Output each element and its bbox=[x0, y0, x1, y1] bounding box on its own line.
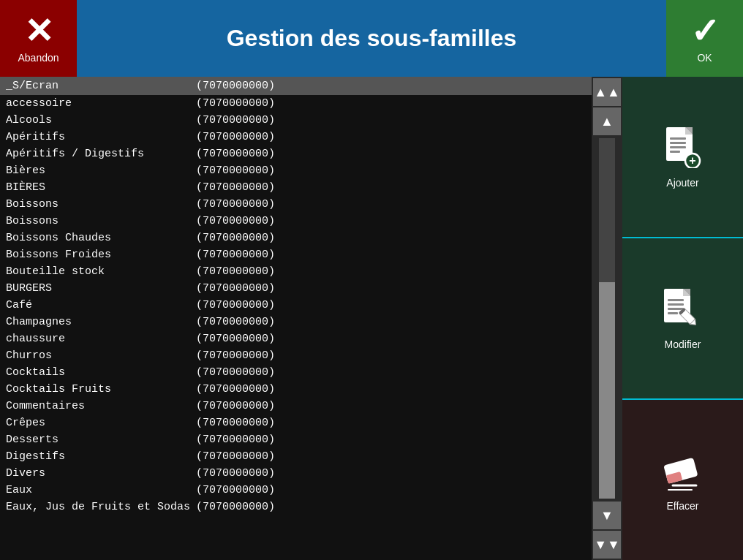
scroll-up-button[interactable]: ▲ bbox=[593, 107, 621, 135]
item-name: Eaux, Jus de Fruits et Sodas bbox=[6, 501, 196, 513]
scroll-down-button[interactable]: ▼ bbox=[593, 502, 621, 529]
svg-text:+: + bbox=[689, 154, 695, 167]
list-item[interactable]: Cocktails(7070000000) bbox=[0, 364, 592, 381]
header: ✕ Abandon Gestion des sous-familles ✓ OK bbox=[0, 0, 743, 77]
item-name: Boissons Chaudes bbox=[6, 232, 196, 244]
item-name: Commentaires bbox=[6, 400, 196, 412]
item-code: (7070000000) bbox=[196, 249, 275, 261]
list-item[interactable]: Boissons Froides(7070000000) bbox=[0, 246, 592, 263]
item-name: Apéritifs / Digestifs bbox=[6, 148, 196, 160]
list-item[interactable]: Eaux(7070000000) bbox=[0, 482, 592, 499]
svg-rect-6 bbox=[670, 151, 680, 153]
item-code: (7070000000) bbox=[196, 316, 275, 328]
list-item[interactable]: BIÈRES(7070000000) bbox=[0, 179, 592, 196]
item-code: (7070000000) bbox=[196, 282, 275, 295]
effacer-button[interactable]: Effacer bbox=[622, 400, 743, 560]
list-item[interactable]: Cocktails Fruits(7070000000) bbox=[0, 381, 592, 398]
ajouter-button[interactable]: + Ajouter bbox=[622, 77, 743, 238]
list-item[interactable]: BURGERS(7070000000) bbox=[0, 280, 592, 297]
list-item[interactable]: Digestifs(7070000000) bbox=[0, 448, 592, 465]
item-code: (7070000000) bbox=[196, 114, 275, 126]
item-code: (7070000000) bbox=[196, 164, 275, 177]
list-item[interactable]: Bières(7070000000) bbox=[0, 162, 592, 179]
list-item[interactable]: Divers(7070000000) bbox=[0, 465, 592, 482]
item-code: (7070000000) bbox=[196, 501, 275, 513]
item-code: (7070000000) bbox=[196, 400, 275, 412]
item-name: Bouteille stock bbox=[6, 265, 196, 278]
modifier-button[interactable]: Modifier bbox=[622, 238, 743, 400]
main-content: _S/Ecran (7070000000) accessoire(7070000… bbox=[0, 77, 743, 560]
list-item[interactable]: Crêpes(7070000000) bbox=[0, 415, 592, 431]
list-item[interactable]: Apéritifs / Digestifs(7070000000) bbox=[0, 145, 592, 162]
svg-rect-5 bbox=[670, 146, 686, 148]
item-code: (7070000000) bbox=[196, 349, 275, 362]
svg-rect-12 bbox=[668, 299, 684, 301]
item-code: (7070000000) bbox=[196, 265, 275, 278]
item-name: Cocktails bbox=[6, 366, 196, 379]
item-name: Crêpes bbox=[6, 417, 196, 429]
check-icon: ✓ bbox=[690, 14, 720, 49]
item-code: (7070000000) bbox=[196, 434, 275, 446]
list-header: _S/Ecran (7070000000) bbox=[0, 77, 592, 95]
list-items: accessoire(7070000000)Alcools(7070000000… bbox=[0, 95, 592, 515]
scroll-top-button[interactable]: ▲▲ bbox=[593, 78, 621, 106]
abandon-label: Abandon bbox=[18, 52, 59, 64]
list-item[interactable]: Alcools(7070000000) bbox=[0, 112, 592, 129]
page-title: Gestion des sous-familles bbox=[77, 0, 666, 77]
item-name: Cocktails Fruits bbox=[6, 383, 196, 396]
right-sidebar: + Ajouter bbox=[622, 77, 743, 560]
list-item[interactable]: Boissons Chaudes(7070000000) bbox=[0, 230, 592, 246]
svg-rect-14 bbox=[668, 308, 684, 310]
item-code: (7070000000) bbox=[196, 97, 275, 110]
item-code: (7070000000) bbox=[196, 198, 275, 211]
item-name: Champagnes bbox=[6, 316, 196, 328]
list-item[interactable]: Bouteille stock(7070000000) bbox=[0, 263, 592, 280]
item-name: Apéritifs bbox=[6, 131, 196, 143]
item-name: Churros bbox=[6, 349, 196, 362]
item-code: (7070000000) bbox=[196, 484, 275, 496]
list-item[interactable]: Apéritifs(7070000000) bbox=[0, 129, 592, 145]
svg-rect-3 bbox=[670, 137, 686, 140]
item-code: (7070000000) bbox=[196, 366, 275, 379]
ok-button[interactable]: ✓ OK bbox=[666, 0, 743, 77]
item-name: Café bbox=[6, 299, 196, 311]
list-item[interactable]: Champagnes(7070000000) bbox=[0, 314, 592, 330]
svg-rect-4 bbox=[670, 142, 686, 144]
item-name: Alcools bbox=[6, 114, 196, 126]
scroll-bottom-button[interactable]: ▼▼ bbox=[593, 531, 621, 559]
list-scroll-area[interactable]: accessoire(7070000000)Alcools(7070000000… bbox=[0, 95, 592, 555]
svg-rect-13 bbox=[668, 303, 684, 306]
list-item[interactable]: chaussure(7070000000) bbox=[0, 330, 592, 347]
scrollbar: ▲▲ ▲ ▼ ▼▼ bbox=[592, 77, 622, 560]
item-name: Eaux bbox=[6, 484, 196, 496]
item-code: (7070000000) bbox=[196, 383, 275, 396]
effacer-label: Effacer bbox=[666, 500, 698, 512]
item-name: Boissons bbox=[6, 215, 196, 227]
list-item[interactable]: Boissons(7070000000) bbox=[0, 196, 592, 213]
svg-rect-15 bbox=[668, 312, 678, 314]
item-code: (7070000000) bbox=[196, 148, 275, 160]
item-code: (7070000000) bbox=[196, 215, 275, 227]
item-code: (7070000000) bbox=[196, 450, 275, 463]
list-header-code: (7070000000) bbox=[196, 80, 275, 92]
list-item[interactable]: Eaux, Jus de Fruits et Sodas(7070000000) bbox=[0, 499, 592, 515]
item-name: Desserts bbox=[6, 434, 196, 446]
list-item[interactable]: accessoire(7070000000) bbox=[0, 95, 592, 112]
list-item[interactable]: Commentaires(7070000000) bbox=[0, 398, 592, 415]
list-item[interactable]: Churros(7070000000) bbox=[0, 347, 592, 364]
item-name: Divers bbox=[6, 467, 196, 480]
item-code: (7070000000) bbox=[196, 299, 275, 311]
list-item[interactable]: Desserts(7070000000) bbox=[0, 431, 592, 448]
item-name: BIÈRES bbox=[6, 181, 196, 194]
ajouter-label: Ajouter bbox=[666, 177, 698, 189]
list-header-name: _S/Ecran bbox=[6, 80, 196, 92]
scroll-track[interactable] bbox=[599, 138, 615, 499]
list-container: _S/Ecran (7070000000) accessoire(7070000… bbox=[0, 77, 592, 560]
item-code: (7070000000) bbox=[196, 181, 275, 194]
ajouter-icon: + bbox=[663, 126, 704, 171]
list-item[interactable]: Café(7070000000) bbox=[0, 297, 592, 314]
modifier-icon bbox=[663, 287, 704, 333]
abandon-button[interactable]: ✕ Abandon bbox=[0, 0, 77, 77]
ok-label: OK bbox=[697, 52, 712, 64]
list-item[interactable]: Boissons(7070000000) bbox=[0, 213, 592, 230]
